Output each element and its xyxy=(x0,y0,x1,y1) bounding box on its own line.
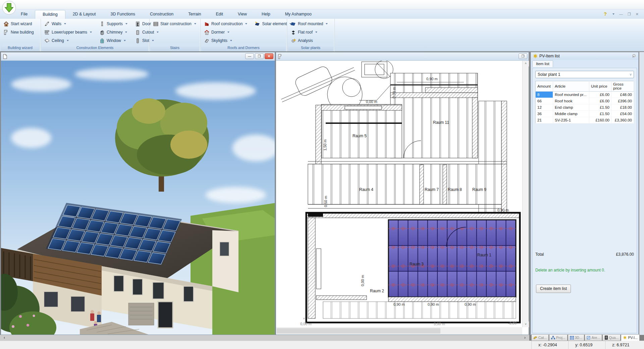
tab-terrain[interactable]: Terrain xyxy=(181,10,208,19)
start-wizard-button[interactable]: Start wizard xyxy=(2,20,35,28)
table-row[interactable]: 66Roof hook £6.00£396.00 xyxy=(536,98,634,104)
tab-pv-item[interactable]: PV-I... xyxy=(621,334,640,341)
stair-construction-button[interactable]: Stair construction xyxy=(152,20,198,28)
door-icon xyxy=(135,21,141,27)
solar-element-icon xyxy=(255,21,260,27)
dormer-icon xyxy=(204,30,210,35)
tab-2d-layout[interactable]: 2D & Layout xyxy=(65,10,103,19)
tab-edit[interactable]: Edit xyxy=(209,10,231,19)
tab-help[interactable]: Help xyxy=(254,10,278,19)
svg-text:0,90 m: 0,90 m xyxy=(497,208,509,212)
svg-text:0,90 m: 0,90 m xyxy=(428,302,439,306)
2d-plan-viewport[interactable]: Raum 5 Raum 11 Raum 4 Raum 7 Raum 8 Raum… xyxy=(276,61,522,327)
pv-panel-header[interactable]: PV-Item list xyxy=(531,52,638,60)
svg-text:Raum 2: Raum 2 xyxy=(370,289,384,293)
create-item-list-button[interactable]: Create item list xyxy=(536,285,571,293)
cutout-icon xyxy=(135,30,141,35)
y-coordinate: y: 0.6519 xyxy=(568,341,605,349)
tab-my-ashampoo[interactable]: My Ashampoo xyxy=(278,10,319,19)
walls-icon xyxy=(44,21,50,27)
3d-window-minimize[interactable]: — xyxy=(245,53,254,59)
tab-3d[interactable]: 3D... xyxy=(568,334,584,341)
2d-horizontal-scrollbar[interactable] xyxy=(276,327,522,335)
svg-text:Raum 4: Raum 4 xyxy=(359,187,373,192)
pv-field xyxy=(388,219,516,297)
group-stairs: Stair construction Stairs xyxy=(150,19,201,51)
gable-wall xyxy=(212,230,238,292)
roof-mounted-icon xyxy=(290,21,296,27)
bottom-wall xyxy=(388,297,516,302)
tab-project[interactable]: Proj... xyxy=(549,334,567,341)
tab-file[interactable]: File xyxy=(13,10,35,19)
tab-construction[interactable]: Construction xyxy=(143,10,181,19)
scroll-up-button[interactable]: ˄ xyxy=(523,61,529,66)
analysis-icon xyxy=(290,38,296,44)
svg-text:Raum 8: Raum 8 xyxy=(448,187,462,192)
table-row[interactable]: 8Roof mounted pr... £6.00£48.00 xyxy=(536,92,634,98)
group-label: Roofs and Dormers xyxy=(201,45,286,51)
svg-text:×: × xyxy=(303,316,305,320)
table-row[interactable]: 36Middle clamp £1.50£54.00 xyxy=(536,111,634,117)
help-dropdown[interactable] xyxy=(612,13,614,15)
table-row[interactable]: 21SV-235-1 £160.00£3,360.00 xyxy=(536,117,634,123)
mdi-horizontal-scrollbar[interactable]: ‹ › xyxy=(0,335,529,341)
start-wizard-icon xyxy=(3,21,9,27)
supports-button[interactable]: Supports xyxy=(98,20,129,28)
scroll-down-button[interactable]: ˅ xyxy=(523,321,529,327)
3d-render-viewport[interactable] xyxy=(1,61,275,335)
sun-icon xyxy=(533,54,538,58)
tab-area[interactable]: Are... xyxy=(585,334,602,341)
pin-icon[interactable] xyxy=(631,54,636,58)
roof-mounted-button[interactable]: Roof mounted xyxy=(289,20,329,28)
tab-view[interactable]: View xyxy=(230,10,254,19)
3d-view-tab-icon xyxy=(570,336,574,340)
catalog-icon xyxy=(533,336,537,339)
tab-catalog[interactable]: Cat... xyxy=(531,334,549,341)
tab-building[interactable]: Building xyxy=(35,10,65,19)
3d-window-close[interactable]: ✕ xyxy=(265,53,273,59)
scroll-left-button[interactable]: ‹ xyxy=(0,335,9,341)
z-coordinate: z: 6.9721 xyxy=(605,341,642,349)
chimney-button[interactable]: Chimney xyxy=(98,28,129,36)
table-row[interactable]: 12End clamp £1.50£18.00 xyxy=(536,104,634,111)
3d-window-titlebar[interactable]: — ❐ ✕ xyxy=(1,52,275,61)
group-roofs-dormers: Roof construction Dormer Skylights Solar… xyxy=(201,19,287,51)
svg-text:0,90 m: 0,90 m xyxy=(465,302,476,306)
right-wall xyxy=(501,101,507,213)
new-building-button[interactable]: New building xyxy=(2,28,35,36)
solar-plant-select[interactable]: Solar plant 1 ˅ xyxy=(535,71,634,78)
flat-roof-button[interactable]: Flat roof xyxy=(289,28,329,36)
svg-text:Raum 3: Raum 3 xyxy=(410,262,424,266)
svg-text:3,00 m: 3,00 m xyxy=(434,322,445,326)
pv-item-icon xyxy=(623,336,627,340)
tab-item-list[interactable]: Item list xyxy=(532,60,553,67)
pv-items-table[interactable]: Amount Article Unit price Gross price 8R… xyxy=(535,81,634,123)
roof-construction-button[interactable]: Roof construction xyxy=(203,20,249,28)
ribbon-restore-button[interactable]: ❐ xyxy=(628,12,631,16)
walls-button[interactable]: Walls xyxy=(43,20,93,28)
2d-window-titlebar[interactable]: ❐ xyxy=(276,52,529,61)
ribbon-minimize-button[interactable]: — xyxy=(619,12,623,16)
3d-window-restore[interactable]: ❐ xyxy=(255,53,264,59)
flat-roof-icon xyxy=(290,30,296,35)
2d-vertical-scrollbar[interactable]: ˄ ˅ xyxy=(522,61,529,327)
table-header-row: Amount Article Unit price Gross price xyxy=(536,81,634,92)
scroll-right-button[interactable]: › xyxy=(521,335,529,341)
2d-window-restore[interactable]: ❐ xyxy=(519,53,527,59)
help-icon[interactable]: ? xyxy=(604,11,607,17)
right-edge-strip xyxy=(639,52,644,335)
ceiling-button[interactable]: Ceiling xyxy=(43,37,93,45)
analysis-button[interactable]: Analysis xyxy=(289,37,329,45)
scroll-thumb[interactable] xyxy=(277,328,440,334)
window-button[interactable]: Window xyxy=(98,37,129,45)
tab-3d-functions[interactable]: 3D Functions xyxy=(103,10,143,19)
dormer-button[interactable]: Dormer xyxy=(203,28,249,36)
lower-upper-beams-button[interactable]: Lower/upper beams xyxy=(43,28,93,36)
skylights-button[interactable]: Skylights xyxy=(203,37,249,45)
app-logo-icon[interactable] xyxy=(2,1,16,15)
tab-quantities[interactable]: Qua... xyxy=(602,334,621,341)
3d-window-icon xyxy=(3,54,7,59)
pv-item-list-panel: PV-Item list Item list Solar plant 1 ˅ A… xyxy=(531,52,639,335)
ribbon-close-button[interactable]: ✕ xyxy=(636,12,639,16)
2d-plan-window: ❐ xyxy=(276,52,529,335)
